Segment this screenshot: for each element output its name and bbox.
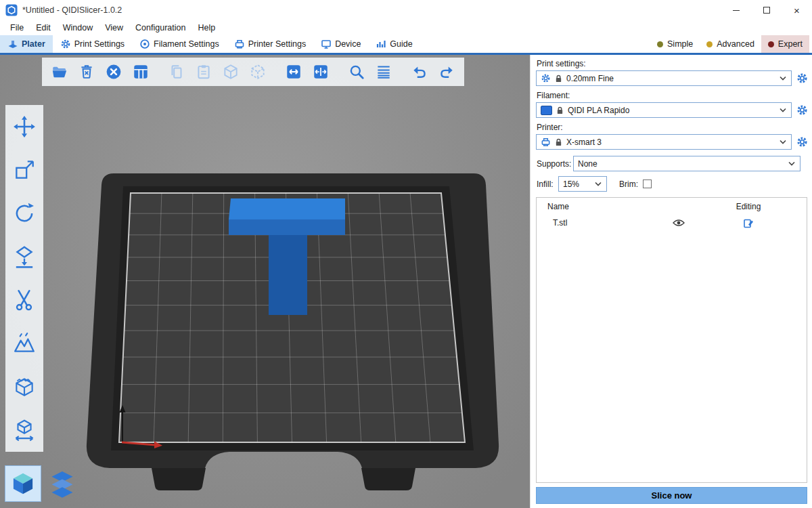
rotate-button[interactable] [5, 192, 43, 235]
viewport-3d-scene[interactable] [0, 55, 530, 508]
fill-bed-icon [285, 63, 302, 81]
filament-label: Filament: [537, 91, 809, 100]
print-settings-label: Print settings: [537, 59, 809, 68]
tab-label: Print Settings [74, 39, 125, 49]
menu-file[interactable]: File [4, 20, 30, 35]
visibility-toggle[interactable] [667, 219, 690, 227]
simple-mode-dot-icon [657, 41, 663, 47]
top-toolbar [42, 58, 464, 86]
search-button[interactable] [343, 58, 370, 85]
arrange-button[interactable] [127, 58, 154, 85]
place-on-face-icon [12, 245, 37, 269]
printer-value: X-smart 3 [566, 137, 775, 147]
measure-button[interactable] [5, 408, 43, 452]
mode-expert[interactable]: Expert [761, 35, 809, 53]
advanced-mode-dot-icon [706, 41, 713, 47]
menu-bar: File Edit Window View Configuration Help [0, 20, 812, 35]
viewport-3d[interactable] [0, 55, 530, 508]
menu-help[interactable]: Help [191, 20, 221, 35]
move-button[interactable] [5, 105, 43, 148]
supports-label: Supports: [537, 159, 573, 169]
menu-view[interactable]: View [99, 20, 129, 35]
object-row-t-stl[interactable]: T.stl [537, 215, 807, 231]
column-name: Name [537, 202, 667, 211]
printer-combo[interactable]: X-smart 3 [536, 134, 792, 150]
printer-label: Printer: [537, 123, 809, 132]
view-mode-toolbar [5, 466, 80, 501]
open-folder-icon [51, 63, 68, 81]
open-button[interactable] [46, 58, 73, 85]
expert-mode-dot-icon [768, 41, 774, 47]
redo-button[interactable] [433, 58, 460, 85]
scale-button[interactable] [5, 148, 43, 192]
editing-icon [744, 218, 754, 228]
print-settings-gear-button[interactable] [796, 72, 809, 85]
undo-button[interactable] [406, 58, 433, 85]
slice-now-label: Slice now [652, 490, 692, 501]
copy-button[interactable] [163, 58, 190, 85]
object-name: T.stl [537, 218, 667, 228]
align-instances-button[interactable] [307, 58, 334, 85]
delete-icon [78, 63, 95, 81]
maximize-button[interactable] [751, 0, 782, 20]
redo-icon [438, 63, 455, 81]
fill-bed-button[interactable] [280, 58, 307, 85]
copy-icon [168, 63, 185, 81]
close-button[interactable]: × [782, 0, 812, 20]
split-to-objects-button[interactable] [217, 58, 244, 85]
variable-layer-height-button[interactable] [370, 58, 397, 85]
tab-print-settings[interactable]: Print Settings [53, 35, 132, 53]
chevron-down-icon [595, 182, 602, 186]
filament-combo[interactable]: QIDI PLA Rapido [536, 102, 792, 118]
supports-value: None [578, 159, 784, 169]
infill-combo[interactable]: 15% [558, 176, 607, 192]
settings-sidebar: Print settings: 0.20mm Fine [530, 55, 812, 508]
delete-all-button[interactable] [100, 58, 127, 85]
editing-button[interactable] [690, 218, 807, 228]
fuzzy-skin-button[interactable] [5, 365, 43, 408]
menu-window[interactable]: Window [57, 20, 99, 35]
column-editing: Editing [690, 202, 807, 211]
place-on-face-button[interactable] [5, 235, 43, 278]
filament-gear-button[interactable] [796, 104, 809, 117]
tab-guide[interactable]: Guide [368, 35, 420, 53]
tab-label: Printer Settings [248, 39, 306, 49]
tab-filament-settings[interactable]: Filament Settings [132, 35, 227, 53]
split-to-parts-button[interactable] [244, 58, 271, 85]
rotate-icon [12, 201, 37, 226]
mode-simple[interactable]: Simple [650, 35, 700, 53]
chevron-down-icon [780, 108, 786, 112]
printer-gear-button[interactable] [796, 135, 809, 148]
cut-button[interactable] [5, 278, 43, 322]
gear-icon [796, 72, 808, 84]
brim-checkbox[interactable] [643, 179, 652, 188]
paste-button[interactable] [190, 58, 217, 85]
left-toolbar [5, 105, 43, 452]
tab-printer-settings[interactable]: Printer Settings [227, 35, 313, 53]
3d-editor-view-button[interactable] [5, 466, 41, 501]
mode-advanced[interactable]: Advanced [700, 35, 761, 53]
paint-support-button[interactable] [5, 322, 43, 365]
infill-value: 15% [563, 179, 591, 189]
minimize-button[interactable] [721, 0, 751, 20]
preset-gear-icon [541, 73, 551, 83]
paint-support-icon [12, 331, 37, 356]
delete-button[interactable] [73, 58, 100, 85]
minimize-icon [733, 10, 740, 11]
supports-combo[interactable]: None [573, 156, 800, 171]
tab-plater[interactable]: Plater [0, 35, 53, 53]
printer-settings-icon [234, 39, 245, 49]
scale-icon [12, 158, 37, 182]
print-settings-combo[interactable]: 0.20mm Fine [536, 70, 792, 86]
guide-icon [376, 39, 386, 49]
slice-now-button[interactable]: Slice now [536, 487, 807, 504]
tab-device[interactable]: Device [313, 35, 368, 53]
menu-edit[interactable]: Edit [30, 20, 57, 35]
delete-all-icon [105, 63, 122, 81]
menu-configuration[interactable]: Configuration [129, 20, 191, 35]
preview-layers-icon [47, 469, 77, 499]
preview-button[interactable] [45, 466, 80, 501]
eye-icon [673, 219, 685, 227]
gear-icon [796, 104, 808, 116]
tab-label: Guide [390, 39, 412, 49]
